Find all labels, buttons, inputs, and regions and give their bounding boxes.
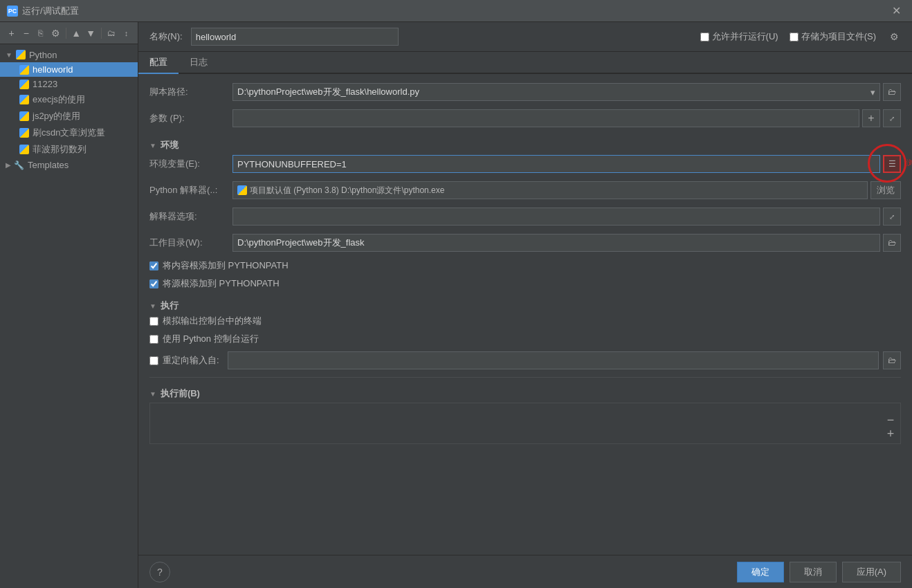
python-group-icon	[15, 49, 26, 60]
params-add-button[interactable]: +	[862, 109, 880, 127]
tree-item-execjs[interactable]: execjs的使用	[0, 91, 138, 108]
script-path-field: ▾ 🗁	[232, 83, 901, 101]
move-up-button[interactable]: ▲	[70, 26, 82, 40]
interpreter-browse-button[interactable]: 浏览	[870, 181, 901, 199]
tabs: 配置 日志	[138, 52, 912, 74]
top-bar-right: 允许并行运行(U) 存储为项目文件(S) ⚙	[700, 30, 901, 44]
separator2	[101, 28, 102, 39]
tree-item-11223[interactable]: 11223	[0, 77, 138, 91]
apply-button[interactable]: 应用(A)	[842, 562, 901, 582]
left-panel: + − ⎘ ⚙ ▲ ▼ 🗂 ↕ ▼ Python	[0, 22, 138, 588]
ok-button[interactable]: 确定	[737, 562, 784, 582]
sort-button[interactable]: ↕	[120, 26, 132, 40]
script-path-browse-button[interactable]: 🗁	[883, 83, 901, 101]
script-path-row: 脚本路径: ▾ 🗁	[149, 82, 901, 102]
environment-section-header[interactable]: ▼ 环境	[149, 135, 901, 154]
script-path-input[interactable]	[232, 83, 866, 101]
allow-parallel-label[interactable]: 允许并行运行(U)	[700, 30, 778, 43]
params-expand-button[interactable]: ⤢	[883, 109, 901, 127]
python-group: ▼ Python helloworld 11223	[0, 47, 138, 158]
tree-item-fibonacci[interactable]: 菲波那切数列	[0, 141, 138, 158]
name-input[interactable]	[191, 28, 399, 46]
add-sources-row: 将源根添加到 PYTHONPATH	[149, 277, 901, 290]
env-var-edit-button[interactable]: ☰	[883, 155, 901, 173]
interpreter-options-input[interactable]	[232, 208, 880, 226]
tree-item-csdn[interactable]: 刷csdn文章浏览量	[0, 125, 138, 141]
emulate-terminal-label: 模拟输出控制台中的终端	[163, 315, 262, 327]
interpreter-py-icon	[237, 185, 247, 195]
env-var-input[interactable]	[232, 155, 880, 173]
tab-log[interactable]: 日志	[179, 52, 219, 74]
close-button[interactable]: ✕	[888, 3, 905, 19]
folder-button[interactable]: 🗂	[106, 26, 118, 40]
interpreter-options-row: 解释器选项: ⤢	[149, 207, 901, 226]
interpreter-value: 项目默认值 (Python 3.8) D:\python源文件\python.e…	[250, 185, 444, 196]
titlebar: PC 运行/调试配置 ✕	[0, 0, 912, 22]
move-down-button[interactable]: ▼	[85, 26, 97, 40]
params-label: 参数 (P):	[149, 112, 232, 125]
workdir-browse-button[interactable]: 🗁	[883, 234, 901, 252]
interpreter-row: Python 解释器(..: 项目默认值 (Python 3.8) D:\pyt…	[149, 181, 901, 200]
tab-config[interactable]: 配置	[138, 52, 179, 74]
run-with-console-label: 使用 Python 控制台运行	[163, 333, 259, 345]
params-row: 参数 (P): + ⤢	[149, 109, 901, 128]
add-sources-checkbox[interactable]	[149, 279, 158, 288]
prerun-expand-arrow: ▼	[149, 390, 156, 398]
script-path-dropdown[interactable]: ▾	[866, 83, 880, 101]
env-var-row: 环境变量(E): ☰ 浏览	[149, 154, 901, 174]
environment-section-title: 环境	[161, 139, 179, 151]
interpreter-options-field: ⤢	[232, 208, 901, 226]
allow-parallel-checkbox[interactable]	[700, 33, 709, 42]
tree-item-label: js2py的使用	[33, 110, 80, 122]
copy-config-button[interactable]: ⎘	[35, 26, 46, 40]
interpreter-options-expand[interactable]: ⤢	[883, 208, 901, 226]
environment-expand-arrow: ▼	[149, 142, 156, 149]
remove-config-button[interactable]: −	[20, 26, 32, 40]
interpreter-field-wrapper: 项目默认值 (Python 3.8) D:\python源文件\python.e…	[232, 181, 901, 199]
csdn-icon	[19, 128, 29, 138]
workdir-field: 🗁	[232, 234, 901, 252]
tree-item-label: execjs的使用	[33, 93, 85, 106]
tree-item-helloworld[interactable]: helloworld	[0, 62, 138, 77]
workdir-input[interactable]	[232, 234, 880, 252]
execution-section-header[interactable]: ▼ 执行	[149, 295, 901, 315]
help-button[interactable]: ?	[149, 562, 170, 582]
store-as-project-label[interactable]: 存储为项目文件(S)	[790, 30, 876, 43]
add-to-pythonpath-checkbox[interactable]	[149, 261, 158, 270]
config-content: 脚本路径: ▾ 🗁 参数 (P): + ⤢	[138, 74, 912, 555]
run-with-console-checkbox[interactable]	[149, 335, 158, 344]
execjs-icon	[19, 95, 29, 104]
js2py-icon	[19, 111, 29, 121]
add-to-pythonpath-row: 将内容根添加到 PYTHONPATH	[149, 259, 901, 272]
name-label: 名称(N):	[149, 30, 183, 43]
python-group-header[interactable]: ▼ Python	[0, 47, 138, 62]
prerun-header[interactable]: ▼ 执行前(B)	[149, 383, 901, 403]
params-input[interactable]	[232, 109, 859, 127]
params-field: + ⤢	[232, 109, 901, 127]
cancel-button[interactable]: 取消	[790, 562, 837, 582]
emulate-terminal-row: 模拟输出控制台中的终端	[149, 315, 901, 327]
workdir-row: 工作目录(W): 🗁	[149, 233, 901, 252]
execution-expand-arrow: ▼	[149, 302, 156, 310]
settings-gear-button[interactable]: ⚙	[887, 30, 901, 44]
interpreter-options-label: 解释器选项:	[149, 210, 232, 223]
settings-config-button[interactable]: ⚙	[49, 26, 61, 40]
templates-item[interactable]: ▶ 🔧 Templates	[0, 158, 138, 172]
emulate-terminal-checkbox[interactable]	[149, 317, 158, 326]
redirect-input-field[interactable]	[228, 351, 879, 369]
store-as-project-checkbox[interactable]	[790, 33, 799, 42]
fibonacci-icon	[19, 145, 29, 154]
prerun-add-button[interactable]: +	[884, 427, 897, 441]
tree-item-js2py[interactable]: js2py的使用	[0, 108, 138, 125]
workdir-label: 工作目录(W):	[149, 237, 232, 249]
prerun-remove-button[interactable]: −	[884, 413, 897, 427]
redirect-input-checkbox[interactable]	[149, 356, 158, 365]
11223-icon	[19, 80, 29, 89]
run-with-console-row: 使用 Python 控制台运行	[149, 333, 901, 345]
expand-arrow-python: ▼	[6, 51, 12, 59]
redirect-input-browse[interactable]: 🗁	[883, 351, 901, 369]
python-icon	[16, 50, 26, 59]
redirect-input-container: 重定向输入自: 🗁	[149, 351, 901, 369]
add-config-button[interactable]: +	[6, 26, 17, 40]
separator	[66, 28, 66, 39]
